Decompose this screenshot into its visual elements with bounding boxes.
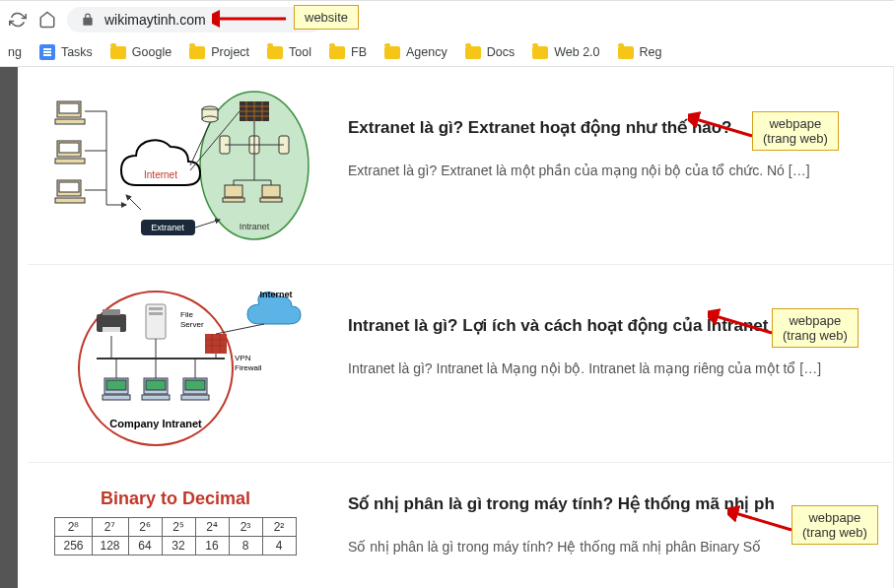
table-cell: 8 bbox=[229, 537, 262, 555]
table-cell: 2⁶ bbox=[128, 518, 162, 537]
svg-line-83 bbox=[735, 513, 791, 530]
svg-rect-8 bbox=[55, 159, 85, 163]
svg-text:Server: Server bbox=[180, 320, 204, 329]
table-cell: 16 bbox=[195, 537, 229, 555]
svg-rect-5 bbox=[55, 119, 85, 124]
article-thumbnail-extranet[interactable]: Internet bbox=[28, 82, 323, 249]
bookmark-web20[interactable]: Web 2.0 bbox=[532, 45, 599, 59]
svg-rect-76 bbox=[142, 395, 170, 400]
bookmark-partial: ng bbox=[8, 45, 22, 59]
bookmark-tasks[interactable]: Tasks bbox=[39, 44, 93, 60]
svg-rect-75 bbox=[146, 380, 166, 390]
table-cell: 2⁴ bbox=[195, 518, 229, 537]
svg-rect-31 bbox=[260, 198, 282, 202]
binary-table: 2⁸2⁷2⁶2⁵2⁴2³2² 25612864321684 bbox=[54, 517, 296, 555]
table-cell: 64 bbox=[128, 537, 162, 555]
table-cell: 128 bbox=[92, 537, 128, 555]
lock-icon bbox=[81, 13, 95, 27]
table-cell: 2⁵ bbox=[162, 518, 195, 537]
svg-rect-30 bbox=[262, 185, 280, 197]
label-file-server: File bbox=[180, 310, 193, 319]
bookmark-docs[interactable]: Docs bbox=[465, 45, 515, 59]
svg-text:Extranet: Extranet bbox=[151, 223, 184, 232]
article-body: Intranet là gì? Lợi ích và cách hoạt độn… bbox=[348, 280, 893, 447]
annotation-webpage-2: webpape (trang web) bbox=[772, 308, 859, 348]
svg-rect-50 bbox=[103, 309, 120, 315]
label-internet: Internet bbox=[144, 169, 177, 180]
svg-line-81 bbox=[696, 119, 752, 136]
annotation-webpage-3: webpape (trang web) bbox=[791, 505, 878, 545]
svg-text:VPN: VPN bbox=[235, 354, 251, 362]
svg-line-44 bbox=[126, 195, 141, 210]
svg-text:Company Intranet: Company Intranet bbox=[109, 418, 202, 429]
browser-nav-bar: wikimaytinh.com website bbox=[0, 0, 894, 38]
svg-line-45 bbox=[195, 220, 220, 228]
table-cell: 2⁷ bbox=[92, 518, 128, 537]
svg-rect-11 bbox=[55, 198, 85, 203]
bookmark-agency[interactable]: Agency bbox=[384, 45, 447, 59]
bookmarks-bar: ng Tasks Google Project Tool FB Agency D… bbox=[0, 38, 894, 67]
folder-icon bbox=[329, 46, 345, 59]
svg-rect-51 bbox=[103, 327, 120, 332]
table-cell: 2² bbox=[262, 518, 296, 537]
svg-text:Firewall: Firewall bbox=[235, 363, 262, 372]
folder-icon bbox=[465, 46, 481, 59]
article-row: Internet bbox=[28, 67, 893, 265]
table-cell: 2³ bbox=[229, 518, 262, 537]
vertical-tab-edge bbox=[0, 67, 18, 588]
article-thumbnail-intranet[interactable]: Internet FileServer VPNFirewall bbox=[28, 280, 323, 447]
url-text: wikimaytinh.com bbox=[104, 12, 206, 28]
svg-rect-28 bbox=[225, 185, 242, 197]
svg-rect-7 bbox=[59, 143, 79, 153]
svg-rect-78 bbox=[185, 380, 205, 390]
svg-rect-10 bbox=[59, 182, 79, 192]
table-cell: 2⁸ bbox=[55, 518, 92, 537]
svg-text:Intranet: Intranet bbox=[240, 222, 270, 231]
svg-text:Internet: Internet bbox=[259, 290, 292, 299]
folder-icon bbox=[532, 46, 548, 59]
svg-line-82 bbox=[716, 316, 772, 333]
table-cell: 32 bbox=[162, 537, 195, 555]
arrow-annotation bbox=[212, 9, 291, 29]
bookmark-google[interactable]: Google bbox=[110, 45, 172, 59]
folder-icon bbox=[267, 46, 283, 59]
svg-rect-72 bbox=[106, 380, 126, 390]
svg-rect-56 bbox=[205, 334, 227, 354]
content-area: Internet bbox=[0, 67, 894, 588]
bookmark-project[interactable]: Project bbox=[189, 45, 249, 59]
arrow-annotation bbox=[708, 308, 777, 338]
svg-rect-4 bbox=[59, 103, 79, 113]
binary-caption: Binary to Decimal bbox=[101, 489, 250, 509]
reload-button[interactable] bbox=[8, 10, 28, 30]
folder-icon bbox=[189, 46, 205, 59]
bookmark-fb[interactable]: FB bbox=[329, 45, 367, 59]
annotation-webpage-1: webpape (trang web) bbox=[752, 111, 839, 151]
folder-icon bbox=[384, 46, 400, 59]
svg-rect-53 bbox=[149, 307, 163, 310]
bookmark-tool[interactable]: Tool bbox=[267, 45, 311, 59]
svg-point-39 bbox=[202, 116, 218, 122]
tasks-icon bbox=[39, 44, 55, 60]
article-excerpt: Extranet là gì? Extranet là một phần của… bbox=[348, 160, 893, 181]
article-body: Extranet là gì? Extranet hoạt động như t… bbox=[348, 82, 893, 249]
folder-icon bbox=[618, 46, 634, 59]
svg-rect-79 bbox=[181, 395, 209, 400]
folder-icon bbox=[110, 46, 126, 59]
home-button[interactable] bbox=[37, 10, 57, 30]
svg-rect-73 bbox=[103, 395, 130, 400]
arrow-annotation bbox=[688, 111, 757, 141]
table-cell: 4 bbox=[262, 537, 296, 555]
article-excerpt: Intranet là gì? Intranet là Mạng nội bộ.… bbox=[348, 358, 893, 379]
table-cell: 256 bbox=[55, 537, 92, 555]
article-row: Internet FileServer VPNFirewall bbox=[28, 265, 893, 463]
main-content: Internet bbox=[18, 67, 894, 588]
arrow-annotation bbox=[727, 505, 796, 535]
svg-rect-54 bbox=[149, 312, 163, 315]
bookmark-reg[interactable]: Reg bbox=[618, 45, 662, 59]
annotation-website: website bbox=[294, 5, 359, 30]
svg-rect-29 bbox=[223, 198, 244, 202]
svg-line-63 bbox=[216, 324, 264, 334]
article-thumbnail-binary[interactable]: Binary to Decimal 2⁸2⁷2⁶2⁵2⁴2³2² 2561286… bbox=[28, 478, 323, 566]
